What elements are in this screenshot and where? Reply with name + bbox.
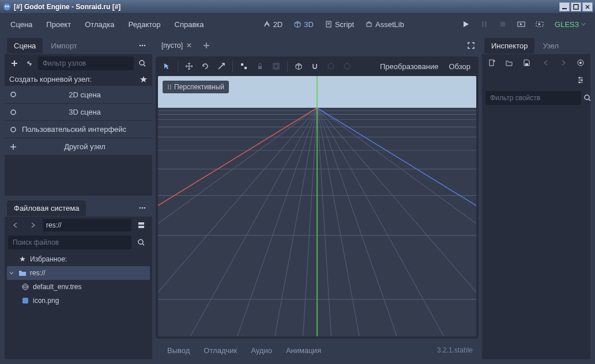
maximize-button[interactable] (571, 2, 581, 12)
link-button[interactable] (23, 56, 36, 71)
distraction-free-button[interactable] (464, 38, 479, 53)
scale-tool-button[interactable] (214, 59, 229, 74)
svg-rect-13 (500, 22, 505, 26)
close-icon[interactable]: ✕ (186, 41, 192, 50)
menu-editor[interactable]: Редактор (123, 17, 167, 32)
svg-point-73 (168, 85, 169, 86)
play-scene-button[interactable] (513, 16, 529, 32)
close-button[interactable] (582, 2, 593, 12)
scene-filter-input[interactable] (38, 56, 134, 70)
add-node-button[interactable] (8, 56, 21, 71)
search-icon[interactable] (583, 90, 592, 105)
tab-filesystem[interactable]: Файловая система (7, 200, 86, 216)
root-2d-scene-button[interactable]: 2D сцена (5, 86, 152, 103)
3d-icon (294, 21, 301, 28)
menu-project[interactable]: Проект (40, 17, 77, 32)
mode-2d-button[interactable]: 2D (259, 18, 288, 31)
mode-script-button[interactable]: Script (321, 18, 359, 31)
svg-point-29 (142, 207, 144, 209)
history-next-button[interactable] (556, 55, 571, 70)
star-icon[interactable] (140, 75, 148, 84)
tab-import[interactable]: Импорт (44, 38, 84, 54)
menu-debug[interactable]: Отладка (79, 17, 120, 32)
debugger-tab[interactable]: Отладчик (198, 344, 243, 357)
view-mode-button[interactable] (134, 218, 149, 233)
svg-point-45 (344, 63, 350, 69)
local-space-button[interactable] (236, 59, 251, 74)
nav-forward-button[interactable] (25, 218, 40, 233)
history-prev-button[interactable] (538, 55, 553, 70)
open-resource-button[interactable] (502, 55, 517, 70)
group-button[interactable] (269, 59, 284, 74)
root-ui-button[interactable]: Пользовательский интерфейс (5, 120, 152, 138)
search-icon[interactable] (136, 56, 149, 71)
inspector-settings-button[interactable] (573, 73, 588, 88)
new-resource-button[interactable] (484, 55, 499, 70)
lock-button[interactable] (253, 59, 268, 74)
filesystem-search-input[interactable] (8, 236, 131, 249)
create-root-label: Создать корневой узел: (9, 75, 92, 84)
svg-point-90 (579, 82, 581, 84)
perspective-badge[interactable]: Перспективный (163, 81, 229, 93)
scene-menu-icon[interactable] (135, 38, 150, 53)
play-button[interactable] (458, 16, 474, 32)
menu-help[interactable]: Справка (169, 17, 210, 32)
chevron-down-icon (581, 22, 586, 26)
stop-button[interactable] (495, 16, 511, 32)
svg-point-89 (581, 79, 583, 81)
star-icon (18, 256, 27, 263)
new-tab-button[interactable] (199, 38, 214, 53)
root-3d-scene-button[interactable]: 3D сцена (5, 103, 152, 120)
animation-tab[interactable]: Анимация (280, 344, 327, 357)
pause-button[interactable] (476, 16, 492, 32)
rotate-tool-button[interactable] (198, 59, 213, 74)
search-icon[interactable] (134, 235, 149, 250)
favorites-item[interactable]: Избранное: (7, 252, 150, 266)
svg-rect-10 (367, 23, 371, 26)
renderer-select[interactable]: GLES3 (550, 18, 590, 31)
menu-scene[interactable]: Сцена (5, 17, 38, 32)
svg-point-1 (5, 5, 7, 7)
output-tab[interactable]: Вывод (161, 344, 195, 357)
root-other-button[interactable]: Другой узел (5, 138, 152, 155)
disabled-button-1 (323, 59, 338, 74)
play-custom-scene-button[interactable] (532, 16, 548, 32)
transform-menu[interactable]: Преобразование (375, 60, 443, 73)
res-root-item[interactable]: res:// (7, 266, 150, 280)
file-env-item[interactable]: default_env.tres (7, 280, 150, 294)
svg-point-78 (170, 88, 171, 89)
filesystem-menu-icon[interactable] (135, 200, 150, 215)
app-icon (2, 2, 12, 12)
2d-icon (263, 21, 270, 28)
cube-icon[interactable] (291, 59, 306, 74)
grip-icon (167, 84, 172, 90)
tab-scene[interactable]: Сцена (7, 38, 43, 54)
snap-button[interactable] (307, 59, 322, 74)
circle-icon (9, 109, 17, 116)
inspector-filter-input[interactable] (485, 91, 581, 105)
version-label: 3.2.1.stable (437, 346, 473, 354)
view-menu[interactable]: Обзор (444, 60, 475, 73)
svg-point-30 (144, 207, 146, 209)
minimize-button[interactable] (559, 2, 570, 12)
audio-tab[interactable]: Аудио (245, 344, 278, 357)
svg-point-24 (11, 110, 16, 115)
3d-viewport[interactable]: Перспективный (158, 76, 476, 336)
move-tool-button[interactable] (182, 59, 197, 74)
nav-back-button[interactable] (8, 218, 23, 233)
svg-rect-39 (241, 63, 243, 66)
filesystem-path[interactable]: res:// (43, 219, 131, 232)
tab-node[interactable]: Узел (536, 38, 566, 54)
mode-3d-button[interactable]: 3D (289, 18, 318, 31)
object-props-button[interactable] (573, 55, 588, 70)
select-tool-button[interactable] (159, 59, 174, 74)
script-icon (325, 21, 332, 28)
svg-point-28 (140, 207, 141, 209)
tab-inspector[interactable]: Инспектор (484, 38, 534, 54)
scene-tab-empty[interactable]: [пусто] ✕ (156, 39, 198, 52)
save-resource-button[interactable] (519, 55, 534, 70)
mode-assetlib-button[interactable]: AssetLib (361, 18, 409, 31)
svg-point-17 (142, 45, 144, 47)
file-icon-item[interactable]: icon.png (7, 294, 150, 308)
resource-icon (21, 283, 30, 290)
